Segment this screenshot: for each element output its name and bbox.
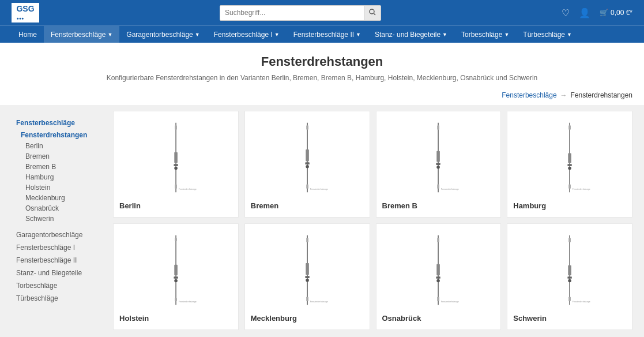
svg-rect-56 <box>568 297 571 301</box>
svg-rect-10 <box>306 149 309 161</box>
nav-arrow: ▼ <box>195 32 200 38</box>
product-name-holstein: Holstein <box>119 310 232 324</box>
sidebar: Fensterbeschläge Fensterdrehstangen Berl… <box>12 111 104 330</box>
product-card-schwerin[interactable]: Fensterdrehstange Schwerin <box>507 223 632 330</box>
svg-rect-31 <box>174 265 178 276</box>
svg-point-40 <box>306 279 309 282</box>
product-name-hamburg: Hamburg <box>513 198 626 211</box>
product-image-mecklenburg: Fensterdrehstange <box>251 230 364 310</box>
product-image-hamburg: Fensterdrehstange <box>513 117 626 198</box>
logo[interactable]: GSG ●●● <box>12 3 39 23</box>
svg-rect-41 <box>306 238 308 242</box>
svg-rect-25 <box>567 164 571 166</box>
product-card-holstein[interactable]: Fensterdrehstange Holstein <box>113 223 239 330</box>
cart-icon-wrap[interactable]: 🛒 0,00 €* <box>600 9 632 17</box>
svg-rect-13 <box>306 125 308 129</box>
product-image-holstein: Fensterdrehstange <box>119 230 232 310</box>
nav-arrow: ▼ <box>504 32 509 38</box>
svg-rect-53 <box>567 276 571 279</box>
product-image-osnabrück: Fensterdrehstange <box>382 230 495 310</box>
svg-rect-46 <box>436 276 440 279</box>
product-card-mecklenburg[interactable]: Fensterdrehstange Mecklenburg <box>244 223 370 330</box>
product-name-osnabrück: Osnabrück <box>382 310 495 324</box>
account-icon[interactable]: 👤 <box>579 8 590 18</box>
search-input[interactable] <box>220 6 364 19</box>
svg-rect-39 <box>305 276 309 278</box>
product-card-hamburg[interactable]: Fensterdrehstange Hamburg <box>507 111 632 218</box>
cart-icon: 🛒 <box>600 9 608 17</box>
wishlist-icon[interactable]: ♡ <box>562 8 570 18</box>
svg-text:Fensterdrehstange: Fensterdrehstange <box>179 301 197 303</box>
product-card-bremenb[interactable]: Fensterdrehstange Bremen B <box>376 111 502 218</box>
sidebar-category-fensterbeschläge[interactable]: Fensterbeschläge <box>12 117 104 129</box>
breadcrumb-current: Fensterdrehstangen <box>571 91 632 99</box>
product-card-bremen[interactable]: Fensterdrehstange Bremen <box>244 111 370 218</box>
sidebar-sub-schwerin[interactable]: Schwerin <box>12 214 104 224</box>
sidebar-sub-bremen[interactable]: Bremen <box>12 151 104 162</box>
svg-point-54 <box>568 279 571 283</box>
search-button[interactable] <box>364 6 381 20</box>
svg-rect-4 <box>174 164 178 166</box>
svg-rect-3 <box>174 152 178 163</box>
svg-rect-38 <box>306 263 309 275</box>
svg-text:Fensterdrehstange: Fensterdrehstange <box>573 301 590 303</box>
nav-item-stanz[interactable]: Stanz- und Biegeteile ▼ <box>368 26 454 43</box>
product-card-berlin[interactable]: Fensterdrehstange Berlin <box>113 111 239 218</box>
sidebar-main-fenster2[interactable]: Fensterbeschläge II <box>12 254 104 267</box>
product-name-schwerin: Schwerin <box>513 310 626 324</box>
svg-rect-52 <box>568 265 571 276</box>
sidebar-main-tor[interactable]: Torbeschläge <box>12 279 104 292</box>
nav-item-garagentor[interactable]: Garagentorbeschläge ▼ <box>119 26 206 43</box>
svg-rect-24 <box>568 153 571 163</box>
svg-rect-32 <box>174 276 178 279</box>
page-title-section: Fensterdrehstangen Konfigurierbare Fenst… <box>0 43 644 88</box>
sidebar-item-fensterdrehstangen[interactable]: Fensterdrehstangen <box>12 129 104 141</box>
main-content: Fensterbeschläge Fensterdrehstangen Berl… <box>0 105 644 337</box>
svg-rect-42 <box>306 297 308 301</box>
sidebar-sub-mecklenburg[interactable]: Mecklenburg <box>12 193 104 203</box>
product-name-bremenb: Bremen B <box>382 198 495 211</box>
svg-point-5 <box>174 167 178 170</box>
svg-point-12 <box>306 165 309 168</box>
svg-point-33 <box>174 279 178 283</box>
product-image-bremenb: Fensterdrehstange <box>382 117 495 198</box>
header-icons: ♡ 👤 🛒 0,00 €* <box>562 8 632 18</box>
svg-rect-35 <box>175 298 177 301</box>
sidebar-sub-holstein[interactable]: Holstein <box>12 182 104 193</box>
product-grid-area: Fensterdrehstange Berlin Fensterdrehstan <box>113 111 632 330</box>
svg-text:Fensterdrehstange: Fensterdrehstange <box>441 301 459 303</box>
sidebar-main-tur[interactable]: Türbeschläge <box>12 292 104 305</box>
svg-point-26 <box>568 167 571 170</box>
svg-rect-34 <box>175 238 177 241</box>
product-image-schwerin: Fensterdrehstange <box>513 230 626 310</box>
product-card-osnabrück[interactable]: Fensterdrehstange Osnabrück <box>376 223 502 330</box>
page-subtitle: Konfigurierbare Fensterdrehstangen in de… <box>12 74 632 82</box>
breadcrumb: Fensterbeschläge → Fensterdrehstangen <box>0 88 644 105</box>
sidebar-sub-hamburg[interactable]: Hamburg <box>12 172 104 182</box>
product-image-berlin: Fensterdrehstange <box>119 117 232 198</box>
sidebar-sub-osnabrück[interactable]: Osnabrück <box>12 203 104 214</box>
svg-line-1 <box>374 13 375 15</box>
cart-price: 0,00 €* <box>611 9 632 17</box>
nav-arrow: ▼ <box>107 32 112 38</box>
svg-rect-55 <box>568 238 571 242</box>
nav-item-fenster2[interactable]: Fensterbeschläge II ▼ <box>287 26 368 43</box>
sidebar-main-stanz[interactable]: Stanz- und Biegeteile <box>12 267 104 279</box>
sidebar-main-fenster1[interactable]: Fensterbeschläge I <box>12 241 104 254</box>
nav-item-tor[interactable]: Torbeschläge ▼ <box>454 26 516 43</box>
svg-rect-11 <box>305 162 309 164</box>
nav-arrow: ▼ <box>442 32 447 38</box>
nav-item-home[interactable]: Home <box>12 26 44 43</box>
product-image-bremen: Fensterdrehstange <box>251 117 364 198</box>
page-title: Fensterdrehstangen <box>12 54 632 69</box>
sidebar-sub-berlin[interactable]: Berlin <box>12 141 104 151</box>
svg-rect-7 <box>175 184 177 188</box>
sidebar-sub-bremenb[interactable]: Bremen B <box>12 162 104 172</box>
nav-item-tur[interactable]: Türbeschläge ▼ <box>516 26 579 43</box>
sidebar-main-garagentor[interactable]: Garagentorbeschläge <box>12 229 104 241</box>
nav-item-fensterbesclage[interactable]: Fensterbeschläge ▼ <box>44 26 119 43</box>
nav-item-fenster1[interactable]: Fensterbeschläge I ▼ <box>207 26 287 43</box>
nav-arrow: ▼ <box>567 32 572 38</box>
search-bar <box>220 5 381 21</box>
breadcrumb-parent[interactable]: Fensterbeschläge <box>502 91 556 99</box>
